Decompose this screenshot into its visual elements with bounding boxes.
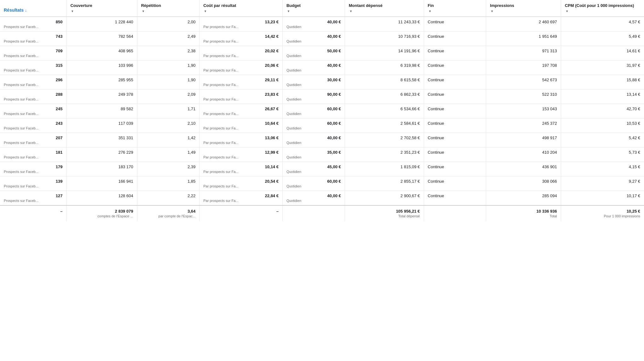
col-header-resultats[interactable]: Résultats ↓ bbox=[0, 0, 66, 17]
cell-montant: 6 534,66 € bbox=[345, 104, 424, 118]
chevron-down-icon: ▾ bbox=[72, 9, 73, 13]
cell-budget: 60,00 € Quotidien bbox=[283, 118, 345, 133]
cell-repetition: 2,10 bbox=[137, 118, 199, 133]
cell-couverture: 128 604 bbox=[66, 191, 137, 205]
cell-budget: 40,00 € Quotidien bbox=[283, 191, 345, 205]
cell-resultats: 743 Prospects sur Faceb... bbox=[0, 31, 66, 46]
chevron-down-icon: ▾ bbox=[429, 9, 431, 13]
cell-resultats: 139 Prospects sur Faceb... bbox=[0, 176, 66, 191]
cell-repetition: 2,38 bbox=[137, 46, 199, 60]
cell-resultats: 296 Prospects sur Faceb... bbox=[0, 75, 66, 89]
cell-montant: 1 815,09 € bbox=[345, 162, 424, 176]
cell-repetition: 2,49 bbox=[137, 31, 199, 46]
cell-impressions: 522 310 bbox=[486, 89, 561, 104]
footer-cout: – bbox=[199, 205, 283, 221]
cell-cout: 13,06 € Par prospects sur Fa... bbox=[199, 133, 283, 147]
cell-couverture: 117 039 bbox=[66, 118, 137, 133]
chevron-down-icon: ▾ bbox=[491, 9, 493, 13]
table-footer-row: – 2 839 079 comptes de l'Espace ... 3,64… bbox=[0, 205, 644, 221]
cell-cout: 14,42 € Par prospects sur Fa... bbox=[199, 31, 283, 46]
table-row: 850 Prospects sur Faceb... 1 228 440 2,0… bbox=[0, 17, 644, 32]
cell-repetition: 1,49 bbox=[137, 147, 199, 162]
cell-cpm: 9,27 € bbox=[561, 176, 644, 191]
cell-couverture: 89 582 bbox=[66, 104, 137, 118]
cell-impressions: 542 673 bbox=[486, 75, 561, 89]
col-header-budget[interactable]: Budget ▾ bbox=[283, 0, 345, 17]
resultats-sort-link[interactable]: Résultats bbox=[4, 8, 24, 13]
cell-montant: 2 702,58 € bbox=[345, 133, 424, 147]
chevron-down-icon: ▾ bbox=[350, 9, 352, 13]
cell-cpm: 14,61 € bbox=[561, 46, 644, 60]
cell-budget: 45,00 € Quotidien bbox=[283, 162, 345, 176]
cell-cpm: 5,42 € bbox=[561, 133, 644, 147]
table-row: 181 Prospects sur Faceb... 276 229 1,49 … bbox=[0, 147, 644, 162]
cell-montant: 2 900,67 € bbox=[345, 191, 424, 205]
table-row: 139 Prospects sur Faceb... 166 941 1,85 … bbox=[0, 176, 644, 191]
cell-cpm: 4,57 € bbox=[561, 17, 644, 32]
col-header-cout[interactable]: Coût par résultat ▾ bbox=[199, 0, 283, 17]
col-header-cpm[interactable]: CPM (Coût pour 1 000 impressions) ▾ bbox=[561, 0, 644, 17]
cell-fin: Continue bbox=[424, 176, 486, 191]
cell-cout: 20,06 € Par prospects sur Fa... bbox=[199, 60, 283, 75]
footer-impressions: 10 336 936 Total bbox=[486, 205, 561, 221]
data-table: Résultats ↓ Couverture ▾ Répétition ▾ Co… bbox=[0, 0, 644, 221]
col-header-couverture[interactable]: Couverture ▾ bbox=[66, 0, 137, 17]
cell-montant: 2 584,61 € bbox=[345, 118, 424, 133]
table-header-row: Résultats ↓ Couverture ▾ Répétition ▾ Co… bbox=[0, 0, 644, 17]
footer-montant: 105 956,21 € Total dépensé bbox=[345, 205, 424, 221]
footer-fin bbox=[424, 205, 486, 221]
cell-cout: 20,02 € Par prospects sur Fa... bbox=[199, 46, 283, 60]
col-header-montant[interactable]: Montant dépensé ▾ bbox=[345, 0, 424, 17]
sort-arrow-icon: ↓ bbox=[25, 8, 27, 13]
footer-cpm: 10,25 € Pour 1 000 impressions bbox=[561, 205, 644, 221]
cell-fin: Continue bbox=[424, 118, 486, 133]
cell-cpm: 5,73 € bbox=[561, 147, 644, 162]
cell-resultats: 288 Prospects sur Faceb... bbox=[0, 89, 66, 104]
cell-cpm: 42,70 € bbox=[561, 104, 644, 118]
cell-couverture: 782 564 bbox=[66, 31, 137, 46]
cell-fin: Continue bbox=[424, 31, 486, 46]
cell-resultats: 207 Prospects sur Faceb... bbox=[0, 133, 66, 147]
cell-montant: 6 862,33 € bbox=[345, 89, 424, 104]
cell-resultats: 179 Prospects sur Faceb... bbox=[0, 162, 66, 176]
cell-impressions: 410 204 bbox=[486, 147, 561, 162]
cell-impressions: 971 313 bbox=[486, 46, 561, 60]
footer-resultats: – bbox=[0, 205, 66, 221]
cell-fin: Continue bbox=[424, 133, 486, 147]
cell-resultats: 127 Prospects sur Faceb... bbox=[0, 191, 66, 205]
chevron-down-icon: ▾ bbox=[566, 9, 568, 13]
cell-resultats: 243 Prospects sur Faceb... bbox=[0, 118, 66, 133]
cell-couverture: 103 996 bbox=[66, 60, 137, 75]
col-header-impressions[interactable]: Impressions ▾ bbox=[486, 0, 561, 17]
cell-cout: 10,64 € Par prospects sur Fa... bbox=[199, 118, 283, 133]
footer-budget bbox=[283, 205, 345, 221]
cell-impressions: 498 917 bbox=[486, 133, 561, 147]
cell-impressions: 197 708 bbox=[486, 60, 561, 75]
table-row: 709 Prospects sur Faceb... 408 965 2,38 … bbox=[0, 46, 644, 60]
cell-fin: Continue bbox=[424, 104, 486, 118]
cell-fin: Continue bbox=[424, 191, 486, 205]
cell-cpm: 10,53 € bbox=[561, 118, 644, 133]
cell-repetition: 1,42 bbox=[137, 133, 199, 147]
main-table-container: Résultats ↓ Couverture ▾ Répétition ▾ Co… bbox=[0, 0, 644, 361]
cell-cout: 10,14 € Par prospects sur Fa... bbox=[199, 162, 283, 176]
cell-couverture: 276 229 bbox=[66, 147, 137, 162]
cell-repetition: 1,90 bbox=[137, 75, 199, 89]
table-row: 243 Prospects sur Faceb... 117 039 2,10 … bbox=[0, 118, 644, 133]
footer-repetition: 3,64 par compte de l'Espac... bbox=[137, 205, 199, 221]
cell-cpm: 5,49 € bbox=[561, 31, 644, 46]
cell-budget: 40,00 € Quotidien bbox=[283, 60, 345, 75]
col-header-fin[interactable]: Fin ▾ bbox=[424, 0, 486, 17]
cell-resultats: 315 Prospects sur Faceb... bbox=[0, 60, 66, 75]
table-row: 127 Prospects sur Faceb... 128 604 2,22 … bbox=[0, 191, 644, 205]
cell-budget: 60,00 € Quotidien bbox=[283, 104, 345, 118]
cell-montant: 6 319,98 € bbox=[345, 60, 424, 75]
cell-cpm: 10,17 € bbox=[561, 191, 644, 205]
cell-repetition: 1,85 bbox=[137, 176, 199, 191]
col-header-repetition[interactable]: Répétition ▾ bbox=[137, 0, 199, 17]
cell-impressions: 245 372 bbox=[486, 118, 561, 133]
cell-impressions: 153 043 bbox=[486, 104, 561, 118]
footer-couverture: 2 839 079 comptes de l'Espace ... bbox=[66, 205, 137, 221]
cell-impressions: 436 901 bbox=[486, 162, 561, 176]
cell-fin: Continue bbox=[424, 89, 486, 104]
